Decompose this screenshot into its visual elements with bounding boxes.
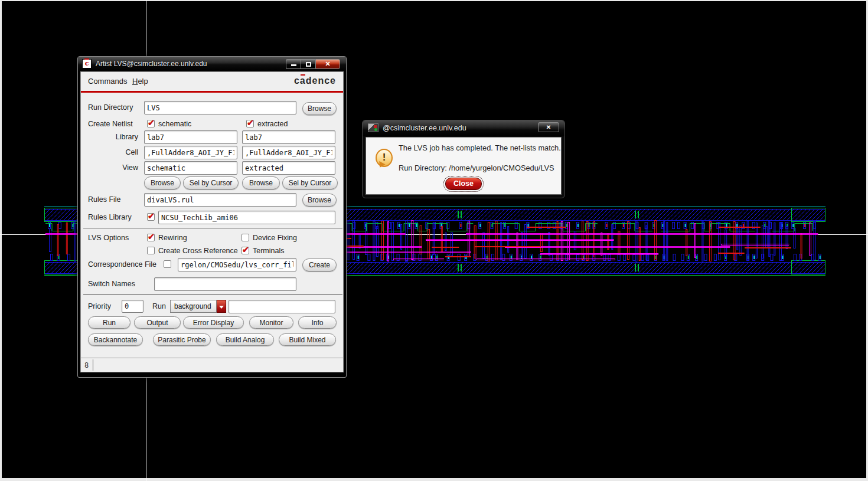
correspondence-file-input[interactable] (178, 258, 296, 271)
chevron-down-icon[interactable] (217, 300, 226, 313)
red-divider (81, 91, 343, 93)
run-directory-input[interactable] (144, 101, 296, 114)
view-schematic-input[interactable] (144, 161, 237, 175)
rewiring-label: Rewiring (158, 234, 187, 242)
output-button[interactable]: Output (134, 316, 181, 329)
checkbox-create-cross-reference[interactable] (147, 247, 155, 254)
build-mixed-button[interactable]: Build Mixed (279, 333, 336, 346)
minimize-icon[interactable] (286, 59, 301, 69)
parasitic-probe-button[interactable]: Parasitic Probe (153, 333, 211, 346)
cell-extracted-input[interactable] (242, 146, 335, 159)
run-mode-value: background (170, 300, 217, 313)
menubar: Commands Help cadence (81, 72, 343, 91)
rules-file-label: Rules File (88, 195, 121, 204)
dialog-app-icon (368, 123, 378, 132)
window-title: Artist LVS@csimcluster.ee.unlv.edu (96, 60, 207, 68)
dialog-body: ! The LVS job has completed. The net-lis… (366, 137, 562, 195)
menu-help[interactable]: Help (132, 77, 148, 86)
view-extracted-input[interactable] (242, 161, 335, 175)
backannotate-button[interactable]: Backannotate (88, 333, 143, 346)
exclamation-icon: ! (376, 149, 393, 167)
sel-by-cursor-schematic-button[interactable]: Sel by Cursor (183, 176, 239, 189)
extracted-label: extracted (257, 120, 288, 128)
checkbox-rewiring[interactable]: ✔ (147, 234, 155, 241)
schematic-label: schematic (158, 120, 191, 128)
lvs-complete-dialog: @csimcluster.ee.unlv.edu ✕ ! The LVS job… (362, 120, 565, 198)
dialog-title: @csimcluster.ee.unlv.edu (383, 124, 466, 132)
separator (83, 228, 342, 228)
checkbox-correspondence-file[interactable] (164, 260, 171, 268)
terminals-label: Terminals (253, 247, 285, 255)
info-button[interactable]: Info (298, 316, 337, 329)
status-bar: 8 (81, 358, 343, 372)
error-display-button[interactable]: Error Display (183, 316, 244, 329)
sel-by-cursor-extracted-button[interactable]: Sel by Cursor (282, 176, 338, 189)
checkbox-rules-library[interactable]: ✔ (147, 213, 155, 221)
priority-input[interactable] (122, 300, 143, 313)
priority-label: Priority (88, 302, 111, 310)
checkbox-device-fixing[interactable] (242, 234, 249, 241)
maximize-icon[interactable] (301, 59, 315, 69)
lvs-options-label: LVS Options (88, 234, 129, 242)
library-extracted-input[interactable] (242, 130, 335, 144)
switch-names-input[interactable] (154, 277, 296, 291)
cell-label: Cell (88, 148, 138, 156)
monitor-button[interactable]: Monitor (249, 316, 293, 329)
switch-names-label: Switch Names (88, 280, 135, 288)
close-icon[interactable]: ✕ (315, 59, 340, 69)
checkbox-schematic[interactable]: ✔ (147, 120, 155, 127)
library-schematic-input[interactable] (144, 130, 237, 144)
dialog-close-button[interactable]: Close (445, 178, 482, 190)
run-directory-label: Run Directory (88, 103, 133, 112)
cadence-logo: cadence (294, 76, 336, 86)
library-label: Library (88, 133, 138, 141)
browse-extracted-button[interactable]: Browse (242, 176, 280, 189)
checkbox-terminals[interactable]: ✔ (242, 247, 249, 254)
run-mode-label: Run (152, 302, 166, 310)
checkbox-extracted[interactable]: ✔ (246, 120, 254, 127)
create-cross-reference-label: Create Cross Reference (158, 247, 238, 255)
virtuoso-screen: c Artist LVS@csimcluster.ee.unlv.edu ✕ C… (0, 0, 868, 481)
run-args-input[interactable] (229, 300, 335, 313)
cell-schematic-input[interactable] (144, 146, 237, 159)
rules-file-input[interactable] (144, 193, 296, 207)
run-mode-dropdown[interactable]: background (170, 300, 226, 313)
lvs-window: c Artist LVS@csimcluster.ee.unlv.edu ✕ C… (77, 56, 347, 378)
device-fixing-label: Device Fixing (253, 234, 297, 242)
rules-library-input[interactable] (158, 211, 335, 224)
cadence-app-icon: c (82, 59, 92, 68)
dialog-titlebar[interactable]: @csimcluster.ee.unlv.edu ✕ (363, 120, 564, 136)
rules-library-label: Rules Library (88, 213, 132, 221)
run-directory-browse-button[interactable]: Browse (302, 102, 337, 115)
view-label: View (88, 163, 138, 172)
build-analog-button[interactable]: Build Analog (216, 333, 274, 346)
browse-schematic-button[interactable]: Browse (144, 176, 181, 189)
rules-file-browse-button[interactable]: Browse (302, 194, 337, 207)
menu-commands[interactable]: Commands (88, 77, 127, 86)
window-titlebar[interactable]: c Artist LVS@csimcluster.ee.unlv.edu ✕ (78, 57, 346, 71)
correspondence-file-label: Correspondence File (88, 260, 156, 269)
dialog-run-directory: Run Directory: /home/yurgelon/CMOSedu/LV… (399, 163, 554, 172)
separator (83, 295, 342, 295)
status-divider (93, 359, 93, 371)
correspondence-create-button[interactable]: Create (302, 259, 337, 271)
create-netlist-label: Create Netlist (88, 120, 133, 128)
status-count: 8 (84, 361, 89, 369)
dialog-close-icon[interactable]: ✕ (538, 122, 559, 132)
window-client-area: Commands Help cadence Run Directory Brow… (80, 71, 344, 372)
run-button[interactable]: Run (88, 316, 130, 329)
dialog-message: The LVS job has completed. The net-lists… (399, 143, 561, 152)
